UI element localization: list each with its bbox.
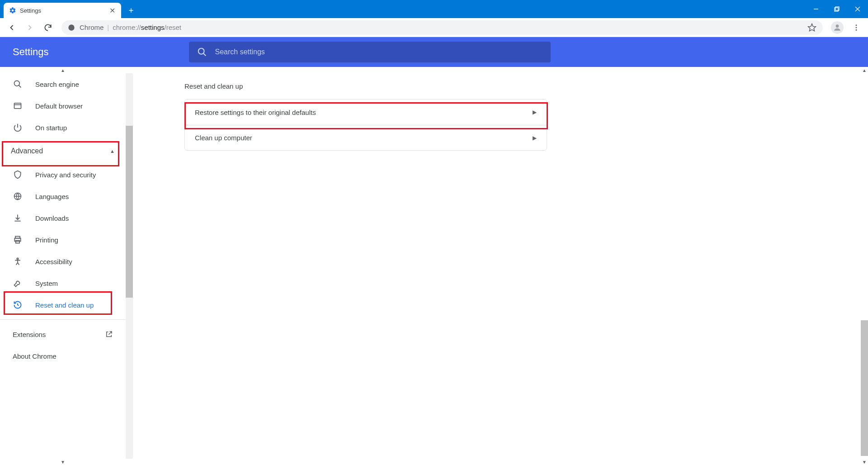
row-label: Restore settings to their original defau… bbox=[195, 109, 316, 116]
sidebar-item-label: Reset and clean up bbox=[35, 301, 94, 309]
settings-title: Settings bbox=[13, 46, 49, 58]
download-icon bbox=[13, 213, 23, 223]
svg-rect-4 bbox=[835, 7, 839, 10]
sidebar-scrollbar-thumb[interactable] bbox=[126, 126, 133, 298]
sidebar-item-extensions[interactable]: Extensions bbox=[0, 323, 126, 345]
main-scrollbar-thumb[interactable] bbox=[861, 320, 868, 456]
sidebar-item-printing[interactable]: Printing bbox=[0, 229, 126, 251]
profile-avatar[interactable] bbox=[831, 21, 844, 34]
search-icon bbox=[197, 47, 207, 57]
accessibility-icon bbox=[13, 256, 23, 266]
svg-line-16 bbox=[19, 85, 21, 88]
sidebar-item-reset-cleanup[interactable]: Reset and clean up bbox=[0, 294, 126, 316]
address-bar[interactable]: Chrome|chrome://settings/reset bbox=[61, 20, 823, 35]
sidebar-item-label: On startup bbox=[35, 124, 67, 132]
row-label: Clean up computer bbox=[195, 134, 252, 142]
svg-marker-8 bbox=[808, 24, 816, 31]
sidebar-item-search-engine[interactable]: Search engine bbox=[0, 73, 126, 95]
svg-rect-26 bbox=[16, 241, 19, 243]
settings-header: Settings Search settings bbox=[0, 37, 868, 67]
caret-up-icon: ▲ bbox=[110, 148, 115, 154]
search-placeholder: Search settings bbox=[215, 48, 265, 56]
sidebar-item-languages[interactable]: Languages bbox=[0, 185, 126, 207]
settings-card: Restore settings to their original defau… bbox=[184, 99, 547, 151]
sidebar-item-label: Accessibility bbox=[35, 258, 72, 266]
close-window-button[interactable] bbox=[847, 0, 868, 18]
settings-sidebar: ▲ Search engine Default browser On start… bbox=[0, 67, 126, 465]
restore-icon bbox=[13, 300, 23, 310]
site-info-icon[interactable] bbox=[68, 24, 75, 31]
svg-line-31 bbox=[18, 263, 19, 265]
svg-point-7 bbox=[68, 24, 74, 30]
sidebar-section-advanced[interactable]: Advanced ▲ bbox=[0, 138, 126, 164]
close-tab-icon[interactable]: ✕ bbox=[108, 7, 116, 14]
shield-icon bbox=[13, 170, 23, 180]
browser-toolbar: Chrome|chrome://settings/reset bbox=[0, 18, 868, 37]
svg-line-32 bbox=[108, 332, 112, 335]
url-text: Chrome|chrome://settings/reset bbox=[80, 24, 181, 31]
external-link-icon bbox=[105, 330, 113, 338]
browser-window-icon bbox=[13, 101, 23, 111]
printer-icon bbox=[13, 235, 23, 245]
svg-point-27 bbox=[17, 258, 18, 260]
svg-rect-17 bbox=[14, 103, 21, 109]
reload-button[interactable] bbox=[40, 19, 56, 36]
svg-rect-3 bbox=[835, 8, 838, 11]
sidebar-item-label: Search engine bbox=[35, 81, 79, 88]
new-tab-button[interactable] bbox=[125, 4, 137, 17]
advanced-label: Advanced bbox=[11, 147, 43, 155]
sidebar-item-downloads[interactable]: Downloads bbox=[0, 207, 126, 229]
main-scroll-up[interactable]: ▲ bbox=[861, 67, 868, 73]
sidebar-item-label: Privacy and security bbox=[35, 171, 96, 179]
sidebar-item-label: Default browser bbox=[35, 102, 83, 110]
settings-search-input[interactable]: Search settings bbox=[189, 42, 551, 62]
back-button[interactable] bbox=[4, 19, 20, 36]
power-icon bbox=[13, 123, 23, 133]
svg-point-9 bbox=[836, 24, 839, 28]
sidebar-item-label: Printing bbox=[35, 236, 58, 244]
tab-title: Settings bbox=[20, 7, 108, 14]
section-title: Reset and clean up bbox=[184, 82, 547, 90]
sidebar-item-about-chrome[interactable]: About Chrome bbox=[0, 345, 126, 367]
chevron-right-icon: ▶ bbox=[533, 135, 537, 141]
svg-point-12 bbox=[856, 29, 857, 30]
main-scroll-down[interactable]: ▼ bbox=[861, 459, 868, 465]
svg-point-11 bbox=[856, 27, 857, 28]
sidebar-scroll-up[interactable]: ▲ bbox=[0, 67, 126, 73]
sidebar-item-system[interactable]: System bbox=[0, 272, 126, 294]
svg-point-15 bbox=[14, 81, 20, 86]
sidebar-scroll-down[interactable]: ▼ bbox=[0, 459, 126, 465]
chevron-right-icon: ▶ bbox=[533, 109, 537, 115]
sidebar-item-label: System bbox=[35, 280, 58, 287]
svg-point-13 bbox=[198, 48, 204, 54]
sidebar-item-privacy-security[interactable]: Privacy and security bbox=[0, 164, 126, 185]
row-restore-defaults[interactable]: Restore settings to their original defau… bbox=[185, 100, 547, 125]
kebab-menu-icon[interactable] bbox=[848, 19, 864, 36]
row-clean-up-computer[interactable]: Clean up computer ▶ bbox=[185, 125, 547, 150]
sidebar-item-accessibility[interactable]: Accessibility bbox=[0, 251, 126, 272]
svg-line-14 bbox=[203, 53, 206, 56]
search-icon bbox=[13, 79, 23, 89]
window-controls bbox=[806, 0, 868, 18]
globe-icon bbox=[13, 191, 23, 201]
about-label: About Chrome bbox=[13, 352, 57, 360]
minimize-button[interactable] bbox=[806, 0, 826, 18]
forward-button[interactable] bbox=[22, 19, 38, 36]
divider bbox=[0, 319, 126, 320]
main-content: ▲ Reset and clean up Restore settings to… bbox=[133, 67, 868, 465]
sidebar-item-label: Downloads bbox=[35, 214, 69, 222]
svg-point-10 bbox=[856, 24, 857, 26]
sidebar-item-label: Languages bbox=[35, 193, 69, 200]
window-titlebar: Settings ✕ bbox=[0, 0, 868, 18]
wrench-icon bbox=[13, 278, 23, 288]
browser-tab[interactable]: Settings ✕ bbox=[4, 3, 121, 18]
extensions-label: Extensions bbox=[13, 331, 46, 338]
settings-gear-icon bbox=[9, 7, 16, 14]
maximize-button[interactable] bbox=[826, 0, 847, 18]
sidebar-item-on-startup[interactable]: On startup bbox=[0, 117, 126, 138]
bookmark-star-icon[interactable] bbox=[807, 23, 816, 32]
sidebar-item-default-browser[interactable]: Default browser bbox=[0, 95, 126, 117]
